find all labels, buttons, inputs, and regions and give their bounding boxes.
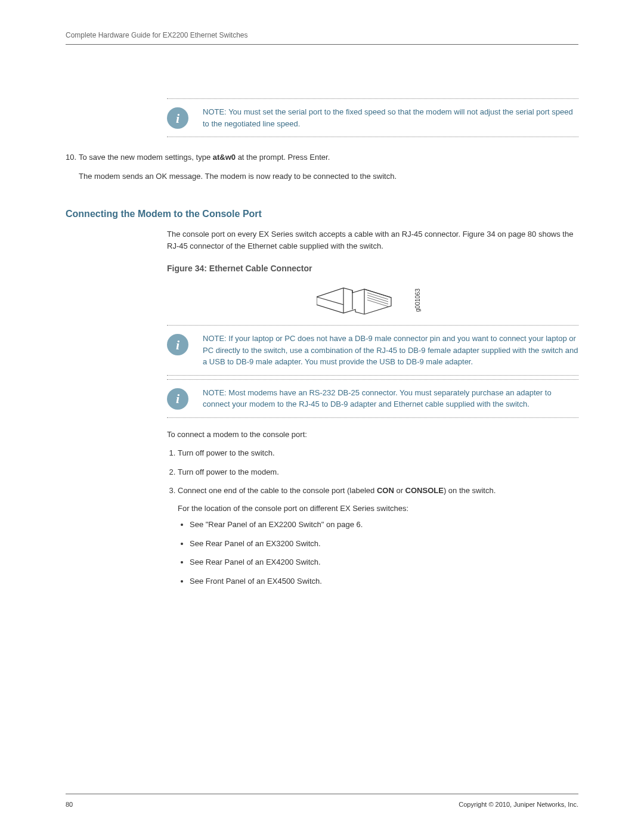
list-item: See Rear Panel of an EX4200 Switch. [190,556,578,568]
note-label: NOTE: [203,388,227,397]
step-number: 10. [66,151,79,189]
step-followup: The modem sends an OK message. The modem… [79,171,578,182]
info-icon: i [167,334,188,355]
figure-id: g001063 [413,289,422,312]
list-item: Turn off power to the switch. [178,447,578,459]
figure-caption: Figure 34: Ethernet Cable Connector [167,262,578,275]
bullet-list: See "Rear Panel of an EX2200 Switch" on … [178,519,578,587]
note-body: You must set the serial port to the fixe… [203,107,573,128]
page-header: Complete Hardware Guide for EX2200 Ether… [66,30,578,45]
section-heading: Connecting the Modem to the Console Port [66,207,578,221]
header-running-title: Complete Hardware Guide for EX2200 Ether… [66,30,578,41]
info-icon: i [167,107,188,129]
info-icon: i [167,388,188,410]
footer-rule [66,794,578,794]
intro-paragraph: The console port on every EX Series swit… [167,228,578,252]
note-block-2: i NOTE: If your laptop or PC does not ha… [167,326,578,375]
header-rule [66,44,578,45]
steps-list: Turn off power to the switch. Turn off p… [167,447,578,587]
note-text: NOTE: You must set the serial port to th… [203,106,578,129]
note-body: Most modems have an RS-232 DB-25 connect… [203,388,552,409]
list-item: Turn off power to the modem. [178,466,578,478]
steps-intro: To connect a modem to the console port: [167,429,578,441]
note-text: NOTE: If your laptop or PC does not have… [203,333,578,368]
copyright: Copyright © 2010, Juniper Networks, Inc. [459,800,578,810]
note-label: NOTE: [203,107,227,116]
page-footer: 80 Copyright © 2010, Juniper Networks, I… [66,800,578,810]
note-body: If your laptop or PC does not have a DB-… [203,334,578,366]
step-command: at&w0 [213,153,236,162]
note-block-3: i NOTE: Most modems have an RS-232 DB-25… [167,380,578,417]
note-label: NOTE: [203,334,227,343]
section-body: The console port on every EX Series swit… [167,228,578,587]
dotted-rule [167,375,578,376]
dotted-rule [167,417,578,418]
ordered-step-10: 10. To save the new modem settings, type… [66,151,578,189]
rj45-connector-illustration [317,282,394,318]
step-text: at the prompt. Press Enter. [236,153,330,162]
list-item: Connect one end of the cable to the cons… [178,485,578,587]
note-block-1: i NOTE: You must set the serial port to … [167,98,578,137]
svg-marker-0 [317,288,391,314]
dotted-rule [167,137,578,137]
sub-paragraph: For the location of the console port on … [178,503,578,515]
list-item: See Front Panel of an EX4500 Switch. [190,575,578,587]
page-number: 80 [66,800,73,810]
list-item: See Rear Panel of an EX3200 Switch. [190,538,578,550]
note-text: NOTE: Most modems have an RS-232 DB-25 c… [203,387,578,410]
figure-container: g001063 [167,278,578,325]
step-text: To save the new modem settings, type [79,153,213,162]
list-item: See "Rear Panel of an EX2200 Switch" on … [190,519,578,531]
